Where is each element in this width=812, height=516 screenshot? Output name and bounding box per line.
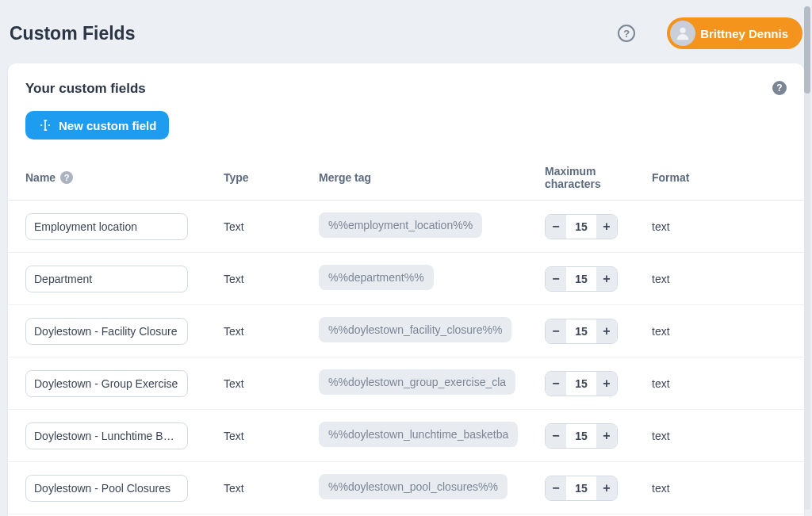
svg-point-0	[680, 28, 685, 33]
field-format: text	[652, 325, 787, 338]
table-row: Text %%doylestown_pool_closures%% − 15 +…	[8, 462, 804, 514]
max-chars-stepper: − 15 +	[545, 476, 618, 501]
col-format-label: Format	[652, 171, 787, 184]
stepper-value[interactable]: 15	[566, 319, 596, 343]
scrollbar-track[interactable]	[804, 6, 810, 510]
max-chars-stepper: − 15 +	[545, 423, 618, 449]
field-name-input[interactable]	[25, 475, 188, 502]
stepper-minus[interactable]: −	[546, 372, 566, 396]
field-type: Text	[224, 273, 319, 285]
field-format: text	[652, 220, 787, 233]
field-format: text	[652, 430, 787, 442]
table-row: Text %%department%% − 15 + text	[8, 253, 804, 305]
field-name-input[interactable]	[25, 422, 188, 449]
field-type: Text	[224, 430, 319, 442]
field-type: Text	[224, 220, 319, 233]
field-format: text	[652, 377, 787, 390]
stepper-value[interactable]: 15	[566, 215, 596, 239]
text-cursor-icon	[38, 118, 52, 132]
table-row: Text %%doylestown_facility_closure%% − 1…	[8, 305, 804, 357]
stepper-minus[interactable]: −	[546, 215, 566, 239]
merge-tag[interactable]: %%doylestown_pool_closures%%	[319, 474, 508, 499]
col-name-label: Name	[25, 171, 56, 184]
col-max-label: Maximum characters	[545, 165, 652, 190]
merge-tag[interactable]: %%doylestown_facility_closure%%	[319, 317, 511, 342]
max-chars-stepper: − 15 +	[545, 371, 618, 396]
stepper-minus[interactable]: −	[546, 267, 566, 291]
name-help-icon[interactable]: ?	[60, 171, 73, 184]
help-icon[interactable]: ?	[618, 25, 635, 42]
panel-help-icon[interactable]: ?	[772, 81, 787, 95]
field-type: Text	[224, 482, 319, 495]
max-chars-stepper: − 15 +	[545, 214, 618, 239]
new-button-label: New custom field	[59, 119, 156, 132]
stepper-plus[interactable]: +	[596, 476, 617, 500]
stepper-plus[interactable]: +	[596, 372, 617, 396]
stepper-plus[interactable]: +	[596, 424, 617, 448]
field-name-input[interactable]	[25, 266, 188, 292]
field-type: Text	[224, 377, 319, 390]
stepper-plus[interactable]: +	[596, 319, 617, 343]
stepper-minus[interactable]: −	[546, 424, 566, 448]
card-title: Your custom fields	[25, 81, 787, 97]
page-title: Custom Fields	[10, 23, 618, 44]
table-header: Name ? Type Merge tag Maximum characters…	[8, 155, 804, 201]
stepper-value[interactable]: 15	[566, 476, 596, 500]
stepper-value[interactable]: 15	[566, 267, 596, 291]
custom-fields-card: Your custom fields ? New custom field Na…	[8, 63, 804, 516]
table-row: Text %%doylestown_lunchtime_basketba − 1…	[8, 410, 804, 462]
field-type: Text	[224, 325, 319, 338]
max-chars-stepper: − 15 +	[545, 266, 618, 292]
stepper-minus[interactable]: −	[546, 476, 566, 500]
field-format: text	[652, 482, 787, 495]
new-custom-field-button[interactable]: New custom field	[25, 111, 169, 140]
col-type-label: Type	[224, 171, 319, 184]
table-row: Text %%doylestown_group_exercise_cla − 1…	[8, 357, 804, 410]
merge-tag[interactable]: %%doylestown_group_exercise_cla	[319, 369, 515, 395]
stepper-value[interactable]: 15	[566, 372, 596, 396]
user-name: Brittney Dennis	[700, 27, 788, 40]
user-menu[interactable]: Brittney Dennis	[667, 17, 802, 49]
stepper-plus[interactable]: +	[596, 215, 617, 239]
field-name-input[interactable]	[25, 318, 188, 345]
field-name-input[interactable]	[25, 370, 188, 397]
merge-tag[interactable]: %%department%%	[319, 265, 434, 290]
stepper-value[interactable]: 15	[566, 424, 596, 448]
field-format: text	[652, 273, 787, 285]
merge-tag[interactable]: %%doylestown_lunchtime_basketba	[319, 422, 518, 447]
col-merge-label: Merge tag	[319, 171, 545, 184]
scrollbar-thumb[interactable]	[804, 6, 810, 94]
stepper-plus[interactable]: +	[596, 267, 617, 291]
field-name-input[interactable]	[25, 213, 188, 240]
table-row: Text %%employment_location%% − 15 + text	[8, 201, 804, 253]
max-chars-stepper: − 15 +	[545, 319, 618, 344]
merge-tag[interactable]: %%employment_location%%	[319, 212, 482, 238]
stepper-minus[interactable]: −	[546, 319, 566, 343]
avatar	[670, 21, 695, 46]
